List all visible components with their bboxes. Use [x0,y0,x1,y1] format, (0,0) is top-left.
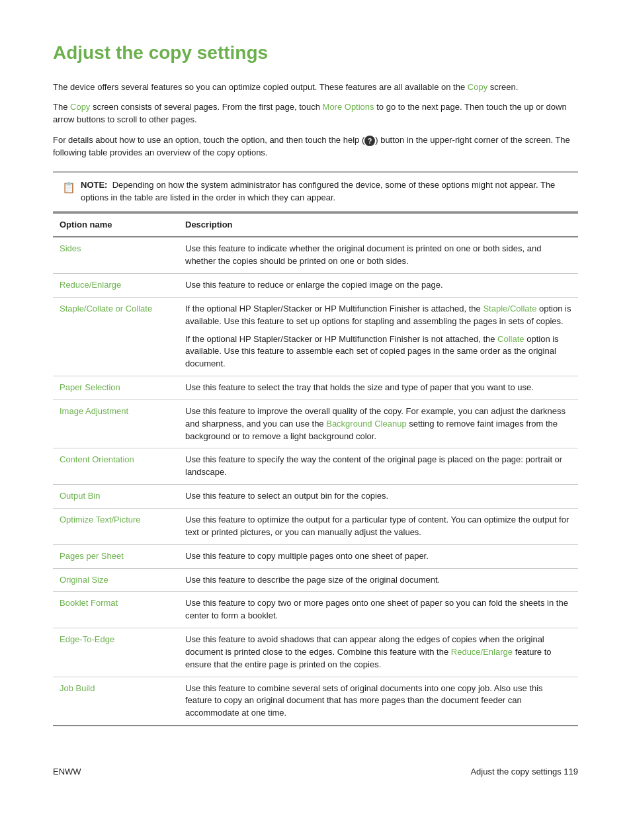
table-row: Output Bin Use this feature to select an… [53,485,578,509]
background-cleanup-link[interactable]: Background Cleanup [326,419,406,429]
reduce-enlarge-link-2[interactable]: Reduce/Enlarge [451,647,513,657]
option-desc-paper-selection: Use this feature to select the tray that… [179,376,578,400]
option-desc-content-orientation: Use this feature to specify the way the … [179,448,578,485]
intro-para1-text-before: The device offers several features so yo… [53,82,468,92]
footer: ENWW Adjust the copy settings 119 [53,766,578,778]
intro-para-1: The device offers several features so yo… [53,81,578,94]
table-row: Reduce/Enlarge Use this feature to reduc… [53,274,578,298]
note-text: NOTE: Depending on how the system admini… [81,179,569,204]
staple-collate-link[interactable]: Staple/Collate [483,304,536,314]
option-desc-original-size: Use this feature to describe the page si… [179,568,578,592]
options-table: Option name Description Sides Use this f… [53,212,578,727]
note-label: NOTE: [81,180,107,190]
option-name-paper-selection[interactable]: Paper Selection [53,376,179,400]
intro-para1-text-after: screen. [487,82,518,92]
option-desc-staple-collate: If the optional HP Stapler/Stacker or HP… [179,297,578,376]
table-row: Optimize Text/Picture Use this feature t… [53,509,578,545]
more-options-link[interactable]: More Options [323,102,374,112]
option-name-reduce-enlarge[interactable]: Reduce/Enlarge [53,274,179,298]
option-name-optimize-text-picture[interactable]: Optimize Text/Picture [53,509,179,545]
option-name-sides[interactable]: Sides [53,237,179,273]
option-desc-job-build: Use this feature to combine several sets… [179,677,578,726]
help-icon: ? [364,136,375,146]
table-row: Booklet Format Use this feature to copy … [53,592,578,628]
collate-link[interactable]: Collate [497,334,524,344]
table-row: Original Size Use this feature to descri… [53,568,578,592]
col-option-name-header: Option name [53,213,179,237]
option-desc-optimize-text-picture: Use this feature to optimize the output … [179,509,578,545]
note-content: Depending on how the system administrato… [81,180,555,202]
option-desc-edge-to-edge: Use this feature to avoid shadows that c… [179,628,578,677]
option-desc-booklet-format: Use this feature to copy two or more pag… [179,592,578,628]
option-desc-pages-per-sheet: Use this feature to copy multiple pages … [179,544,578,568]
option-name-edge-to-edge[interactable]: Edge-To-Edge [53,628,179,677]
table-row: Job Build Use this feature to combine se… [53,677,578,726]
copy-link-2[interactable]: Copy [70,102,90,112]
option-desc-image-adjustment: Use this feature to improve the overall … [179,399,578,448]
footer-right: Adjust the copy settings 119 [470,766,578,778]
option-name-pages-per-sheet[interactable]: Pages per Sheet [53,544,179,568]
option-desc-output-bin: Use this feature to select an output bin… [179,485,578,509]
option-name-booklet-format[interactable]: Booklet Format [53,592,179,628]
option-name-image-adjustment[interactable]: Image Adjustment [53,399,179,448]
note-box: 📋 NOTE: Depending on how the system admi… [53,171,578,212]
table-row: Paper Selection Use this feature to sele… [53,376,578,400]
copy-link-1[interactable]: Copy [468,82,487,92]
footer-left: ENWW [53,766,81,778]
intro-para-3: For details about how to use an option, … [53,134,578,159]
table-row: Sides Use this feature to indicate wheth… [53,237,578,273]
option-name-staple-collate[interactable]: Staple/Collate or Collate [53,297,179,376]
col-description-header: Description [179,213,578,237]
option-name-original-size[interactable]: Original Size [53,568,179,592]
note-icon: 📋 [62,180,75,195]
intro-para2-text-before: The [53,102,70,112]
table-row: Staple/Collate or Collate If the optiona… [53,297,578,376]
intro-para2-middle: screen consists of several pages. From t… [90,102,322,112]
option-name-output-bin[interactable]: Output Bin [53,485,179,509]
intro-para-2: The Copy screen consists of several page… [53,101,578,126]
table-row: Pages per Sheet Use this feature to copy… [53,544,578,568]
table-row: Content Orientation Use this feature to … [53,448,578,485]
option-name-content-orientation[interactable]: Content Orientation [53,448,179,485]
option-desc-reduce-enlarge: Use this feature to reduce or enlarge th… [179,274,578,298]
table-row: Image Adjustment Use this feature to imp… [53,399,578,448]
page-title: Adjust the copy settings [53,40,578,67]
table-header-row: Option name Description [53,213,578,237]
intro-para3-before: For details about how to use an option, … [53,135,364,145]
option-desc-sides: Use this feature to indicate whether the… [179,237,578,273]
option-name-job-build[interactable]: Job Build [53,677,179,726]
table-row: Edge-To-Edge Use this feature to avoid s… [53,628,578,677]
